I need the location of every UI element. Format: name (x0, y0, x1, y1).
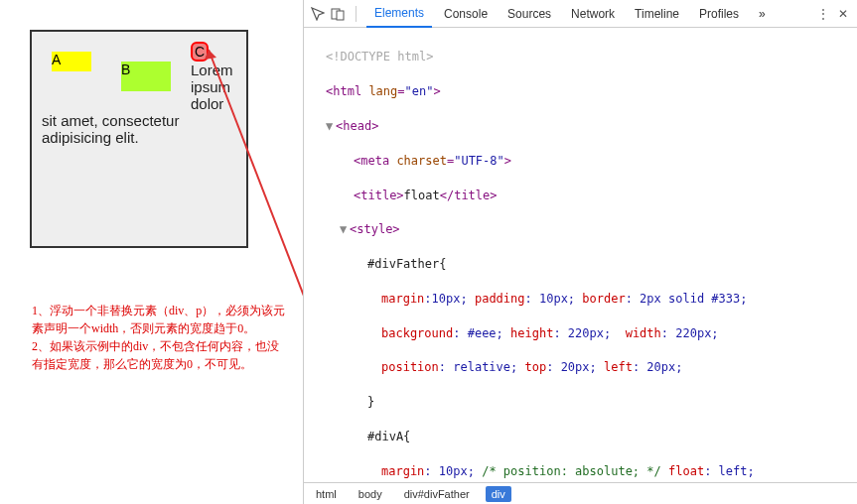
close-icon[interactable]: ✕ (835, 6, 851, 22)
toolbar-separator (356, 6, 357, 22)
preview-div-a: A (52, 52, 91, 71)
elements-tree[interactable]: <!DOCTYPE html> <html lang="en"> ▼<head>… (304, 28, 857, 482)
devtools-toolbar: Elements Console Sources Network Timelin… (304, 0, 857, 28)
preview-div-b: B (121, 62, 171, 91)
tab-console[interactable]: Console (436, 0, 496, 28)
doctype-node[interactable]: <!DOCTYPE html> (326, 50, 433, 63)
tab-elements[interactable]: Elements (366, 0, 432, 28)
tab-timeline[interactable]: Timeline (627, 0, 687, 28)
note-line-2: 2、如果该示例中的div，不包含任何内容，也没有指定宽度，那么它的宽度为0，不可… (32, 337, 290, 373)
tab-profiles[interactable]: Profiles (691, 0, 747, 28)
crumb-body[interactable]: body (353, 486, 388, 502)
tab-overflow[interactable]: » (751, 0, 774, 28)
inspect-icon[interactable] (310, 6, 326, 22)
breadcrumb: html body div#divFather div (304, 482, 857, 504)
svg-rect-3 (337, 11, 344, 20)
crumb-html[interactable]: html (310, 486, 343, 502)
tab-sources[interactable]: Sources (500, 0, 559, 28)
devtools-panel: Elements Console Sources Network Timelin… (303, 0, 857, 504)
notes-block: 1、浮动一个非替换元素（div、p），必须为该元素声明一个width，否则元素的… (32, 302, 290, 373)
preview-div-father: A B C Lorem ipsum dolor sit amet, consec… (30, 30, 248, 248)
tab-network[interactable]: Network (563, 0, 623, 28)
kebab-icon[interactable]: ⋮ (815, 6, 831, 22)
crumb-div[interactable]: div (486, 486, 511, 502)
device-icon[interactable] (330, 6, 346, 22)
preview-div-c: C (191, 42, 209, 62)
crumb-divfather[interactable]: div#divFather (398, 486, 476, 502)
note-line-1: 1、浮动一个非替换元素（div、p），必须为该元素声明一个width，否则元素的… (32, 302, 290, 337)
